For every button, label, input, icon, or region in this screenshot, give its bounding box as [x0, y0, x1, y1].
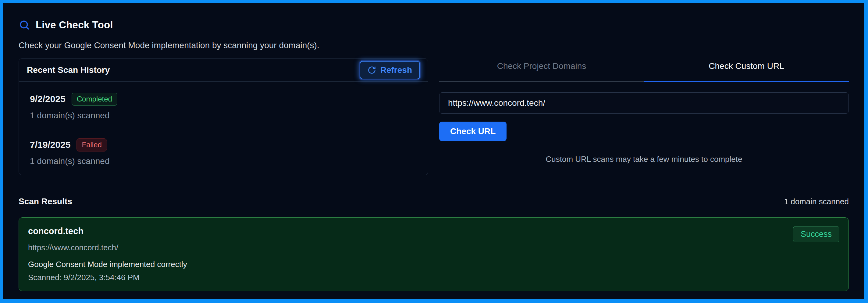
status-badge-completed: Completed [72, 93, 117, 106]
scan-history-entry: 7/19/2025 Failed 1 domain(s) scanned [26, 129, 421, 175]
scan-history-list: 9/2/2025 Completed 1 domain(s) scanned 7… [19, 82, 428, 175]
scan-result-details: concord.tech https://www.concord.tech/ G… [28, 226, 187, 282]
history-panel-header: Recent Scan History Refresh [19, 59, 428, 82]
tab-check-custom-url[interactable]: Check Custom URL [644, 58, 849, 82]
history-panel-title: Recent Scan History [27, 65, 110, 75]
custom-url-note: Custom URL scans may take a few minutes … [439, 155, 849, 164]
content-columns: Recent Scan History Refresh [19, 58, 849, 175]
scan-entry-heading: 9/2/2025 Completed [30, 93, 417, 106]
scan-date: 9/2/2025 [30, 94, 65, 104]
custom-check-panel: Check Project Domains Check Custom URL C… [439, 58, 849, 164]
scan-entry-heading: 7/19/2025 Failed [30, 139, 417, 152]
scan-detail: 1 domain(s) scanned [30, 156, 417, 166]
window-highlight-frame: Live Check Tool Check your Google Consen… [0, 0, 868, 303]
refresh-button[interactable]: Refresh [360, 61, 420, 79]
page-header: Live Check Tool [19, 19, 849, 31]
status-badge-failed: Failed [76, 139, 107, 152]
search-icon [19, 19, 30, 31]
status-badge-success: Success [793, 226, 839, 242]
result-scanned-timestamp: Scanned: 9/2/2025, 3:54:46 PM [28, 273, 187, 282]
scan-results-count: 1 domain scanned [784, 197, 849, 206]
scan-detail: 1 domain(s) scanned [30, 111, 417, 120]
scan-history-entry: 9/2/2025 Completed 1 domain(s) scanned [26, 84, 421, 129]
refresh-icon [368, 66, 376, 74]
scan-results-header: Scan Results 1 domain scanned [19, 196, 849, 206]
result-domain: concord.tech [28, 226, 187, 236]
scan-results-title: Scan Results [19, 196, 72, 206]
check-tabs: Check Project Domains Check Custom URL [439, 58, 849, 82]
refresh-button-label: Refresh [380, 65, 412, 75]
page-title: Live Check Tool [36, 19, 113, 31]
custom-url-input[interactable] [439, 92, 849, 114]
scan-result-card: concord.tech https://www.concord.tech/ G… [19, 217, 849, 291]
live-check-tool-panel: Live Check Tool Check your Google Consen… [3, 3, 864, 299]
page-subtitle: Check your Google Consent Mode implement… [19, 40, 849, 50]
scan-date: 7/19/2025 [30, 140, 70, 150]
result-message: Google Consent Mode implemented correctl… [28, 260, 187, 269]
check-url-button[interactable]: Check URL [439, 122, 506, 141]
result-url: https://www.concord.tech/ [28, 243, 187, 252]
tab-check-project-domains[interactable]: Check Project Domains [439, 58, 644, 82]
recent-scan-history-panel: Recent Scan History Refresh [19, 58, 428, 175]
